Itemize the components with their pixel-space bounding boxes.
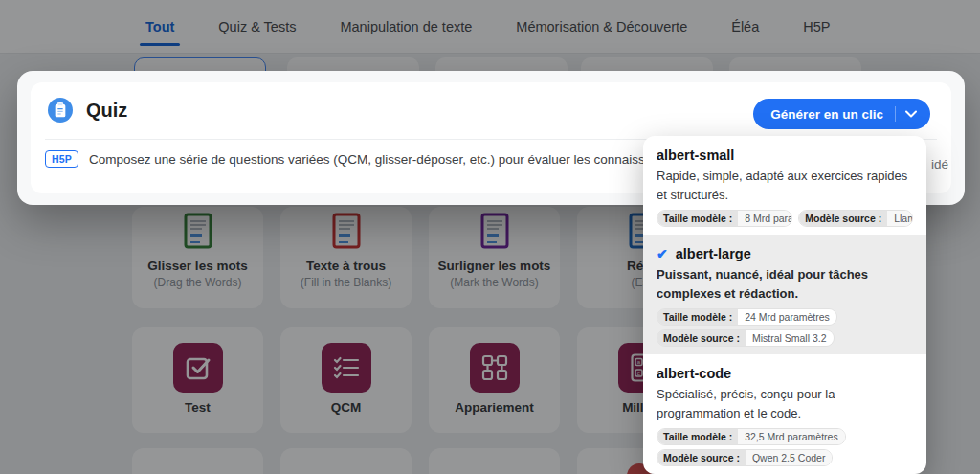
generate-button-label: Générer en un clic: [770, 107, 883, 122]
pill-label: Taille modèle :: [657, 211, 738, 226]
model-description: Spécialisé, précis, conçu pour la progra…: [657, 385, 913, 423]
clipboard-icon: [48, 98, 73, 123]
pill-value: 32,5 Mrd paramètres: [738, 429, 844, 444]
app-page: Tout Quiz & Tests Manipulation de texte …: [0, 0, 980, 474]
model-name: albert-small: [657, 146, 734, 165]
button-divider: [895, 106, 896, 122]
model-source-pill: Modèle source : Qwen 2.5 Coder: [657, 449, 833, 466]
model-description: Rapide, simple, adapté aux exercices rap…: [657, 167, 913, 205]
menu-item-albert-large-selected[interactable]: ✔ albert-large Puissant, nuancé, idéal p…: [643, 235, 926, 354]
pill-label: Taille modèle :: [657, 309, 738, 325]
modal-description: Composez une série de questions variées …: [89, 152, 683, 167]
model-name: albert-large: [676, 244, 751, 263]
model-description: Puissant, nuancé, idéal pour tâches comp…: [657, 265, 913, 304]
menu-item-albert-code[interactable]: albert-code Spécialisé, précis, conçu po…: [643, 354, 926, 474]
model-size-pill: Taille modèle : 8 Mrd paramètres: [657, 210, 792, 227]
pill-value: 24 Mrd paramètres: [738, 309, 836, 325]
modal-title: Quiz: [86, 100, 127, 122]
pill-value: Llama 3.1: [887, 211, 913, 226]
pill-label: Taille modèle :: [657, 429, 738, 444]
model-name: albert-code: [657, 364, 731, 383]
pill-value: 8 Mrd paramètres: [738, 211, 792, 226]
model-size-pill: Taille modèle : 24 Mrd paramètres: [657, 308, 837, 326]
pill-value: Qwen 2.5 Coder: [746, 450, 832, 465]
menu-item-albert-small[interactable]: albert-small Rapide, simple, adapté aux …: [643, 136, 926, 235]
modal-partial-text: idé: [931, 157, 948, 171]
model-source-pill: Modèle source : Llama 3.1: [798, 210, 913, 227]
h5p-badge: H5P: [45, 150, 78, 168]
pill-label: Modèle source :: [657, 330, 746, 346]
pill-label: Modèle source :: [799, 211, 887, 226]
generate-one-click-button[interactable]: Générer en un clic: [753, 99, 930, 129]
model-source-pill: Modèle source : Mistral Small 3.2: [657, 329, 835, 347]
chevron-down-icon: [905, 110, 917, 118]
check-icon: ✔: [657, 246, 668, 261]
pill-label: Modèle source :: [657, 450, 746, 465]
model-select-menu: albert-small Rapide, simple, adapté aux …: [643, 136, 926, 474]
model-size-pill: Taille modèle : 32,5 Mrd paramètres: [657, 428, 846, 445]
pill-value: Mistral Small 3.2: [746, 330, 834, 346]
